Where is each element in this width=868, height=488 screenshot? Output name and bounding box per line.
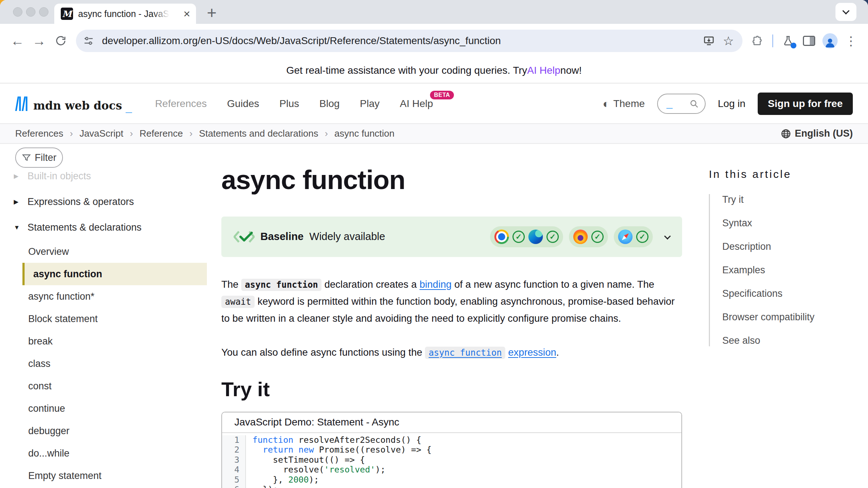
bookmark-button[interactable]: ☆: [719, 32, 737, 50]
code-editor[interactable]: 1function resolveAfter2Seconds() {2 retu…: [222, 433, 681, 488]
url-bar[interactable]: developer.allizom.org/en-US/docs/Web/Jav…: [76, 30, 743, 52]
sidebar-item-label: Empty statement: [28, 470, 102, 481]
nav-item-play[interactable]: Play: [360, 98, 379, 110]
toc-item-description[interactable]: Description: [722, 241, 861, 252]
code-line-text: setTimeout(() => {: [246, 455, 365, 465]
check-icon: ✓: [546, 231, 559, 243]
baseline-logo-icon: [234, 230, 255, 244]
close-tab-icon[interactable]: ×: [183, 8, 190, 20]
login-link[interactable]: Log in: [718, 98, 745, 110]
page-title: async function: [221, 166, 682, 194]
tryit-heading: Try it: [221, 377, 682, 401]
breadcrumb-item-javascript[interactable]: JavaScript: [80, 128, 123, 139]
breadcrumb-item-reference[interactable]: Reference: [140, 128, 183, 139]
nav-item-blog[interactable]: Blog: [319, 98, 340, 110]
nav-item-plus[interactable]: Plus: [280, 98, 299, 110]
sidebar-item-label: Statements & declarations: [27, 222, 141, 233]
code-line: 5 }, 2000);: [222, 475, 681, 485]
inline-link[interactable]: binding: [420, 279, 452, 290]
code-line: 4 resolve('resolved');: [222, 465, 681, 475]
doc-sidebar: Filter ▶Built-in objects▶Expressions & o…: [0, 144, 216, 488]
mdn-logo[interactable]: mdn web docs _: [15, 96, 132, 111]
promo-banner: Get real-time assistance with your codin…: [0, 58, 868, 84]
profile-button[interactable]: [820, 31, 840, 51]
sidebar-item-continue[interactable]: continue: [0, 397, 207, 420]
nav-item-ai-help[interactable]: AI HelpBETA: [400, 98, 433, 110]
back-button[interactable]: ←: [7, 31, 27, 51]
browser-menu-button[interactable]: ⋮: [841, 31, 861, 51]
mdn-m-icon: [15, 96, 30, 111]
extensions-button[interactable]: [748, 31, 767, 51]
toc-item-browser-compatibility[interactable]: Browser compatibility: [722, 312, 861, 323]
nav-item-guides[interactable]: Guides: [227, 98, 259, 110]
toc-item-syntax[interactable]: Syntax: [722, 218, 861, 229]
signup-button[interactable]: Sign up for free: [758, 93, 853, 115]
side-panel-button[interactable]: [799, 31, 819, 51]
sidebar-item-class[interactable]: class: [0, 352, 207, 375]
install-site-button[interactable]: [700, 32, 718, 50]
line-number: 2: [222, 445, 246, 455]
intro-paragraph: The async function declaration creates a…: [221, 276, 682, 327]
toolbar-divider: [772, 34, 773, 47]
sidebar-list: ▶Built-in objects▶Expressions & operator…: [0, 163, 207, 487]
sidebar-item-label: break: [28, 336, 53, 347]
breadcrumb-item-async-function[interactable]: async function: [335, 128, 395, 139]
beta-badge: BETA: [430, 91, 454, 99]
sidebar-item-break[interactable]: break: [0, 330, 207, 352]
code-line: 6 });: [222, 485, 681, 488]
toc-item-specifications[interactable]: Specifications: [722, 288, 861, 299]
forward-button[interactable]: →: [29, 31, 49, 51]
toc-item-see-also[interactable]: See also: [722, 335, 861, 346]
sidebar-item-async-function[interactable]: async function: [22, 263, 207, 285]
site-info-button[interactable]: [80, 32, 98, 50]
breadcrumb-item-statements-and-declarations[interactable]: Statements and declarations: [199, 128, 318, 139]
article-main: async function Baseline Widely available…: [221, 143, 682, 488]
chrome-labs-button[interactable]: [778, 31, 798, 51]
inline-code: await: [221, 296, 255, 308]
inline-link[interactable]: expression: [508, 347, 556, 358]
close-window-button[interactable]: [13, 7, 22, 17]
sidebar-item-statements-declarations[interactable]: ▼Statements & declarations: [0, 215, 207, 240]
sidebar-item-overview[interactable]: Overview: [0, 240, 207, 263]
sidebar-item-expressions-operators[interactable]: ▶Expressions & operators: [0, 189, 207, 215]
baseline-banner[interactable]: Baseline Widely available ✓✓✓✓: [221, 217, 682, 257]
breadcrumb-separator: ›: [130, 128, 133, 139]
minimize-window-button[interactable]: [26, 7, 35, 17]
toc-item-try-it[interactable]: Try it: [722, 194, 861, 205]
ai-help-link[interactable]: AI Help: [527, 65, 561, 76]
inline-code-link[interactable]: async function: [425, 347, 505, 359]
caret-right-icon: ▶: [14, 198, 22, 206]
zoom-window-button[interactable]: [39, 7, 48, 17]
sidebar-item-label: Expressions & operators: [27, 196, 134, 207]
new-tab-button[interactable]: +: [203, 2, 220, 23]
site-search[interactable]: _: [657, 94, 706, 114]
nav-item-references[interactable]: References: [155, 98, 207, 110]
promo-text-suffix: now!: [560, 65, 582, 76]
code-line: 3 setTimeout(() => {: [222, 455, 681, 465]
browser-window: M async function - JavaScript | × + ← →: [0, 0, 868, 488]
url-text[interactable]: developer.allizom.org/en-US/docs/Web/Jav…: [102, 35, 698, 47]
toc-item-examples[interactable]: Examples: [722, 265, 861, 276]
breadcrumb-item-references[interactable]: References: [15, 128, 63, 139]
tab-search-button[interactable]: [835, 3, 856, 21]
language-switcher[interactable]: English (US): [780, 128, 853, 139]
sidebar-item-block-statement[interactable]: Block statement: [0, 308, 207, 330]
reload-button[interactable]: [51, 31, 71, 51]
theme-label: Theme: [613, 98, 645, 110]
sidebar-item-empty-statement[interactable]: Empty statement: [0, 465, 207, 487]
toc-list: Try itSyntaxDescriptionExamplesSpecifica…: [709, 194, 861, 346]
sidebar-item-built-in-objects[interactable]: ▶Built-in objects: [0, 163, 207, 189]
baseline-expand-button[interactable]: [665, 234, 670, 240]
toc-title: In this article: [709, 168, 861, 180]
baseline-label: Baseline: [260, 231, 303, 243]
browser-pill: ✓: [614, 226, 653, 247]
sidebar-item-const[interactable]: const: [0, 375, 207, 397]
sidebar-item-do-while[interactable]: do...while: [0, 442, 207, 465]
inline-code: async function: [241, 279, 322, 291]
sidebar-item-async-function[interactable]: async function*: [0, 285, 207, 308]
breadcrumb: References›JavaScript›Reference›Statemen…: [15, 128, 395, 139]
sidebar-item-debugger[interactable]: debugger: [0, 420, 207, 442]
active-tab[interactable]: M async function - JavaScript | ×: [54, 4, 196, 24]
interactive-demo: JavaScript Demo: Statement - Async 1func…: [221, 412, 682, 488]
theme-toggle[interactable]: ◐ Theme: [603, 98, 644, 110]
